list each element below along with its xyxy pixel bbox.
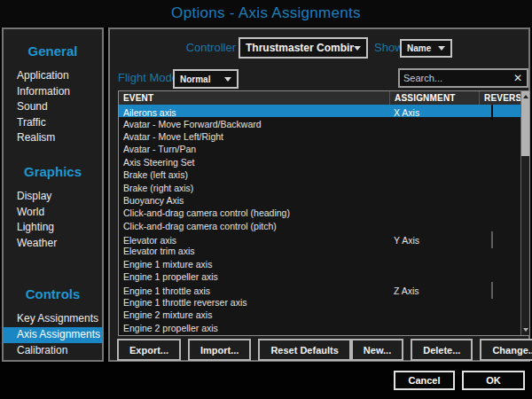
table-row[interactable]: Axis Steering Set [119,156,521,168]
assignment-cell: X Axis [389,106,479,119]
show-dropdown-value: Name [402,43,438,53]
event-cell: Avatar - Turn/Pan [119,143,389,155]
event-cell: Engine 2 propeller axis [119,322,389,334]
sidebar-item-world[interactable]: World [4,205,102,221]
event-cell: Brake (right axis) [119,182,389,194]
sidebar-item-calibration[interactable]: Calibration [4,343,102,359]
table-row[interactable]: Brake (right axis) [119,181,521,193]
event-cell: Engine 2 mixture axis [119,309,389,321]
reverse-checkbox[interactable] [491,231,493,248]
flight-mode-dropdown-value: Normal [175,74,224,84]
table-header: EVENT ASSIGNMENT REVERSE [119,91,521,105]
table-row[interactable]: Avatar - Move Forward/Backward [119,117,521,129]
table-row[interactable]: Engine 1 propeller axis [119,270,521,283]
sidebar-item-key-assignments[interactable]: Key Assignments [4,311,102,327]
controller-label: Controller [163,41,236,54]
ok-button[interactable]: OK [462,371,525,390]
change-button[interactable]: Change... [480,339,532,361]
axis-events-table: EVENT ASSIGNMENT REVERSE Ailerons axis X… [118,90,530,336]
scrollbar-thumb[interactable] [521,102,529,156]
column-header-event: EVENT [119,91,389,105]
cancel-button[interactable]: Cancel [394,371,455,390]
new-button[interactable]: New... [351,339,403,361]
table-row[interactable]: Elevator axis Y Axis [119,232,521,245]
chevron-down-icon [438,46,445,51]
scroll-up-icon[interactable] [521,91,529,102]
reset-defaults-button[interactable]: Reset Defaults [258,339,350,361]
table-row[interactable]: Engine 1 throttle axis Z Axis [119,283,521,295]
chevron-down-icon [354,46,361,51]
controller-dropdown-value: Thrustmaster Combined [240,42,354,54]
sidebar-item-traffic[interactable]: Traffic [4,115,102,131]
sidebar-section: Controls Key Assignments Axis Assignment… [4,286,102,362]
sidebar-item-application[interactable]: Application [4,68,102,84]
sidebar-item-information[interactable]: Information [4,84,102,100]
event-cell: Engine 1 throttle reverser axis [119,296,389,309]
table-row[interactable]: Click-and-drag camera control (pitch) [119,220,521,232]
sidebar-items: Display World Lighting Weather [4,189,102,251]
sidebar-section: General Application Information Sound Tr… [4,43,102,146]
table-row[interactable]: Engine 2 propeller axis [119,322,521,334]
table-row[interactable]: Avatar - Move Left/Right [119,130,521,143]
table-row[interactable]: Elevator trim axis [119,245,521,257]
sidebar-item-sound[interactable]: Sound [4,99,102,115]
delete-button[interactable]: Delete... [411,339,473,361]
reverse-checkbox[interactable] [491,105,493,121]
export-button[interactable]: Export... [117,339,181,361]
sidebar-section-header: General [4,43,102,59]
table-scrollbar[interactable] [520,91,529,335]
flight-mode-dropdown[interactable]: Normal [173,69,239,89]
event-cell: Axis Steering Set [119,156,389,168]
controller-dropdown[interactable]: Thrustmaster Combined [239,37,368,59]
event-cell: Avatar - Move Left/Right [119,130,389,143]
sidebar-section-header: Graphics [4,164,102,179]
flight-mode-label: Flight Mode [118,71,178,84]
show-dropdown[interactable]: Name [400,39,452,58]
sidebar-items: Application Information Sound Traffic Re… [4,68,102,146]
search-input[interactable] [400,73,509,83]
table-row[interactable]: Click-and-drag camera control (heading) [119,207,521,219]
sidebar-item-weather[interactable]: Weather [4,236,102,252]
sidebar-item-realism[interactable]: Realism [4,130,102,146]
import-button[interactable]: Import... [188,339,251,361]
table-row[interactable]: Avatar - Turn/Pan [119,143,521,155]
page-title: Options - Axis Assignments [171,4,361,22]
sidebar-item-display[interactable]: Display [4,189,102,205]
table-row[interactable]: Engine 2 mixture axis [119,309,521,321]
scroll-down-icon[interactable] [521,325,529,335]
sidebar: General Application Information Sound Tr… [2,27,104,362]
table-row[interactable]: Engine 1 mixture axis [119,258,521,270]
event-cell: Buoyancy Axis [119,194,389,207]
reverse-cell [479,232,521,248]
sidebar-section: Graphics Display World Lighting Weather [4,164,102,251]
title-bar: Options - Axis Assignments [0,0,532,27]
sidebar-items: Key Assignments Axis Assignments Calibra… [4,311,102,362]
assignment-cell: Y Axis [389,234,479,246]
table-row[interactable]: Ailerons axis X Axis [119,105,521,117]
chevron-down-icon [224,77,231,82]
event-cell: Avatar - Move Forward/Backward [119,118,389,130]
search-box: ✕ [398,68,528,88]
table-row[interactable]: Buoyancy Axis [119,194,521,207]
event-cell: Brake (left axis) [119,168,389,181]
axis-assignments-panel: Controller Thrustmaster Combined Show Na… [108,27,530,362]
column-header-reverse: REVERSE [479,91,521,105]
table-row[interactable]: Engine 1 throttle reverser axis [119,296,521,309]
right-actions: New... Delete... Change... [351,339,532,361]
event-cell: Engine 1 mixture axis [119,258,389,270]
clear-search-icon[interactable]: ✕ [509,73,527,83]
table-row[interactable]: Brake (left axis) [119,168,521,181]
sidebar-item-other[interactable]: Other [4,358,102,362]
reverse-cell [479,283,521,299]
sidebar-item-lighting[interactable]: Lighting [4,220,102,236]
event-cell: Click-and-drag camera control (heading) [119,207,389,219]
event-cell: Click-and-drag camera control (pitch) [119,220,389,232]
sidebar-item-axis-assignments[interactable]: Axis Assignments [4,327,102,343]
event-cell: Engine 1 propeller axis [119,270,389,283]
reverse-checkbox[interactable] [491,282,493,299]
reverse-cell [479,105,521,121]
show-label: Show [374,41,403,54]
sidebar-section-header: Controls [4,286,102,301]
left-actions: Export... Import... Reset Defaults [117,339,351,361]
table-actions: Export... Import... Reset Defaults New..… [117,339,521,361]
